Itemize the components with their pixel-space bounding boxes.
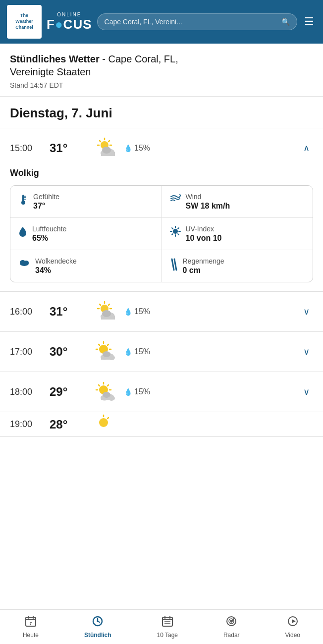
hour-row-1700: 17:00 30° 💧 15% ∨	[0, 332, 323, 372]
hour-row-1500: 15:00 31°	[0, 128, 323, 292]
hour-row-1600: 16:00 31° 💧 15% ∨	[0, 292, 323, 332]
svg-line-65	[108, 385, 108, 386]
hour-precip-1800: 💧 15%	[124, 387, 299, 396]
svg-line-37	[100, 304, 101, 305]
hour-precip-1600: 💧 15%	[124, 307, 299, 316]
expand-btn-1700[interactable]: ∨	[299, 345, 313, 359]
hour-temp-1700: 30°	[50, 345, 89, 359]
expand-btn-1500[interactable]: ∧	[299, 141, 313, 155]
hour-temp-1500: 31°	[50, 141, 89, 155]
detail-felt: Gefühlte 37°	[10, 186, 162, 217]
twc-logo: The Weather Channel	[7, 5, 42, 39]
wind-icon	[170, 194, 181, 205]
detail-clouds: Wolkendecke 34%	[10, 250, 162, 282]
clock-icon	[92, 615, 104, 630]
radar-icon	[225, 615, 237, 630]
expand-btn-1600[interactable]: ∨	[299, 305, 313, 319]
hour-icon-1700	[89, 341, 124, 363]
title-section: Stündliches Wetter - Cape Coral, FL, Ver…	[0, 44, 323, 97]
svg-line-30	[172, 259, 174, 270]
nav-radar[interactable]: Radar	[218, 612, 245, 642]
bottom-nav: 7 Heute Stündlich 10 Tag	[0, 609, 323, 644]
chevron-down-icon: ∨	[303, 386, 310, 397]
detail-row-3: Wolkendecke 34% Regenmenge	[10, 250, 313, 282]
clouds-value: 34%	[35, 266, 77, 275]
svg-line-63	[99, 385, 100, 386]
hour-temp-1600: 31°	[50, 305, 89, 319]
svg-line-24	[178, 234, 179, 235]
detail-rain: Regenmenge 0 cm	[162, 250, 313, 282]
felt-value: 37°	[33, 202, 59, 211]
svg-line-52	[108, 344, 108, 345]
search-icon[interactable]: 🔍	[281, 18, 290, 26]
date-label: Dienstag, 7. Juni	[10, 106, 313, 121]
svg-line-5	[100, 141, 101, 142]
stand-time: Stand 14:57 EDT	[10, 81, 313, 89]
svg-point-82	[97, 621, 99, 622]
partial-row-next: 19:00 28°	[0, 412, 323, 437]
main-content: Stündliches Wetter - Cape Coral, FL, Ver…	[0, 44, 323, 609]
hour-precip-1700: 💧 15%	[124, 347, 299, 356]
nav-heute-label: Heute	[23, 632, 39, 639]
search-text: Cape Coral, FL, Vereini...	[105, 18, 277, 26]
precip-icon: 💧	[124, 308, 132, 316]
svg-line-23	[172, 228, 173, 229]
svg-point-70	[103, 392, 110, 398]
rain-label: Regenmenge	[183, 257, 224, 265]
precip-icon: 💧	[124, 348, 132, 356]
svg-line-73	[108, 418, 108, 419]
svg-marker-95	[292, 619, 296, 623]
detail-humidity: Luftfeuchte 65%	[10, 218, 162, 250]
nav-stundlich[interactable]: Stündlich	[79, 612, 116, 642]
rain-value: 0 cm	[183, 266, 224, 275]
hour-icon-1800	[89, 381, 124, 403]
hour-row-1800: 18:00 29° 💧 15% ∨	[0, 372, 323, 412]
cloud-icon	[18, 258, 30, 269]
precip-icon: 💧	[124, 388, 132, 396]
chevron-up-icon: ∧	[303, 143, 310, 154]
svg-line-26	[172, 234, 173, 235]
rain-icon	[170, 258, 178, 273]
app-header: The Weather Channel ONLINE F●CUS Cape Co…	[0, 0, 323, 44]
hour-precip-1500: 💧 15%	[124, 144, 299, 153]
detail-row-2: Luftfeuchte 65%	[10, 218, 313, 250]
felt-label: Gefühlte	[33, 193, 59, 201]
svg-point-18	[173, 229, 178, 234]
search-bar[interactable]: Cape Coral, FL, Vereini... 🔍	[97, 13, 297, 30]
chevron-down-icon: ∨	[303, 346, 310, 357]
hour-time-1800: 18:00	[10, 387, 50, 397]
nav-video[interactable]: Video	[280, 612, 305, 642]
svg-line-39	[108, 304, 109, 305]
humidity-label: Luftfeuchte	[32, 225, 66, 233]
svg-line-7	[108, 141, 109, 142]
date-section: Dienstag, 7. Juni	[0, 97, 323, 128]
expanded-1500: Wolkig	[0, 168, 323, 292]
nav-video-label: Video	[285, 632, 300, 639]
clouds-label: Wolkendecke	[35, 257, 77, 265]
svg-point-44	[102, 310, 111, 317]
condition-label: Wolkig	[10, 168, 313, 178]
nav-10tage[interactable]: 10 Tage	[152, 612, 183, 642]
detail-wind: Wind SW 18 km/h	[162, 186, 313, 217]
humidity-icon	[18, 226, 27, 240]
svg-line-25	[178, 228, 179, 229]
nav-stundlich-label: Stündlich	[84, 632, 111, 639]
nav-radar-label: Radar	[223, 632, 240, 639]
hour-temp-1800: 29°	[50, 385, 89, 399]
humidity-value: 65%	[32, 234, 66, 243]
svg-point-29	[24, 261, 29, 265]
hour-time-1600: 16:00	[10, 307, 50, 317]
wind-value: SW 18 km/h	[186, 202, 230, 211]
hamburger-menu[interactable]: ☰	[302, 13, 316, 30]
expand-btn-1800[interactable]: ∨	[299, 385, 313, 399]
chevron-down-icon: ∨	[303, 306, 310, 317]
detail-uv: UV-Index 10 von 10	[162, 218, 313, 250]
precip-icon: 💧	[124, 144, 132, 152]
hour-time-1500: 15:00	[10, 143, 50, 154]
uv-label: UV-Index	[186, 225, 222, 233]
svg-point-71	[99, 418, 108, 427]
nav-heute[interactable]: 7 Heute	[18, 612, 44, 642]
svg-line-50	[99, 344, 100, 345]
svg-text:7: 7	[30, 621, 32, 626]
svg-point-57	[103, 351, 110, 357]
